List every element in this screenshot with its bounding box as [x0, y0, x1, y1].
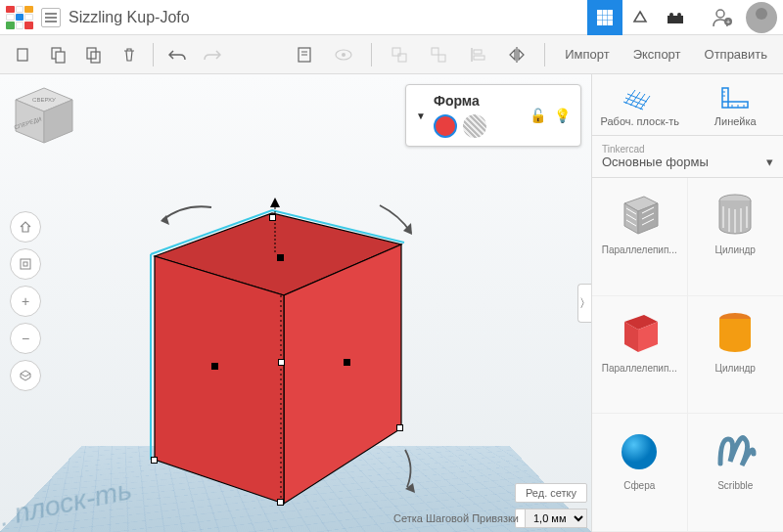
svg-rect-8: [608, 21, 613, 25]
svg-rect-0: [597, 10, 602, 15]
svg-rect-27: [432, 48, 438, 55]
svg-rect-30: [474, 50, 482, 54]
svg-rect-5: [608, 15, 613, 20]
app-header: Sizzling Kup-Jofo +: [0, 0, 783, 35]
svg-point-10: [669, 13, 673, 17]
fit-view-button[interactable]: [10, 248, 41, 280]
shape-title: Форма: [434, 93, 486, 109]
canvas-3d[interactable]: оч. плоск-ть СВЕРХУ СПЕРЕДИ + −: [0, 74, 591, 532]
view-cube[interactable]: СВЕРХУ СПЕРЕДИ: [10, 84, 78, 148]
svg-rect-17: [56, 52, 65, 63]
ruler-tool[interactable]: Линейка: [688, 74, 784, 135]
snap-label: Сетка Шаговой Привязки: [393, 512, 519, 524]
svg-rect-3: [597, 15, 602, 20]
svg-point-11: [677, 13, 681, 17]
svg-text:СВЕРХУ: СВЕРХУ: [32, 97, 56, 103]
project-title[interactable]: Sizzling Kup-Jofo: [69, 9, 190, 26]
svg-rect-28: [438, 55, 445, 62]
svg-rect-38: [21, 259, 30, 269]
edit-handle[interactable]: [211, 363, 218, 370]
solid-color-button[interactable]: [434, 114, 457, 138]
svg-rect-7: [603, 21, 608, 25]
undo-button[interactable]: [161, 39, 193, 70]
blocks-mode-button[interactable]: [622, 0, 658, 35]
svg-rect-9: [668, 16, 683, 23]
home-view-button[interactable]: [10, 211, 41, 243]
duplicate-button[interactable]: [78, 39, 110, 70]
shape-scribble[interactable]: Scribble: [688, 414, 784, 532]
svg-rect-2: [608, 10, 613, 15]
zoom-out-button[interactable]: −: [10, 323, 41, 354]
edit-handle[interactable]: [151, 457, 158, 464]
svg-point-74: [622, 434, 657, 469]
tinkercad-logo[interactable]: [6, 6, 33, 29]
svg-point-12: [716, 10, 724, 18]
projects-list-icon[interactable]: [41, 8, 61, 27]
edit-handle[interactable]: [277, 499, 284, 506]
svg-rect-1: [603, 10, 608, 15]
align-button[interactable]: [462, 39, 493, 70]
group-button[interactable]: [384, 39, 415, 70]
toolbar: Импорт Экспорт Отправить: [0, 35, 783, 74]
shape-inspector: ▼ Форма 🔓 💡: [405, 84, 581, 147]
main-area: оч. плоск-ть СВЕРХУ СПЕРЕДИ + −: [0, 74, 783, 532]
notes-toggle-button[interactable]: [289, 39, 320, 70]
shapes-sidebar: Рабоч. плоск-ть Линейка Tinkercad Основн…: [591, 74, 783, 532]
svg-rect-15: [18, 49, 27, 61]
ungroup-button[interactable]: [423, 39, 454, 70]
edit-handle[interactable]: [269, 214, 276, 221]
edit-handle[interactable]: [396, 424, 403, 431]
sidebar-tools: Рабоч. плоск-ть Линейка: [592, 74, 783, 136]
snap-grid-select[interactable]: 1,0 мм: [525, 509, 587, 528]
edit-handle[interactable]: [344, 359, 350, 366]
nav-tools: + −: [10, 211, 41, 391]
import-button[interactable]: Импорт: [557, 43, 617, 66]
header-right: +: [587, 0, 777, 35]
svg-rect-25: [392, 48, 400, 56]
hole-mode-button[interactable]: [463, 114, 486, 138]
svg-point-24: [342, 53, 345, 57]
export-button[interactable]: Экспорт: [625, 43, 689, 66]
zoom-in-button[interactable]: +: [10, 286, 41, 317]
lock-icon[interactable]: 🔓: [530, 108, 546, 123]
lightbulb-icon[interactable]: 💡: [554, 108, 571, 123]
sidebar-collapse-handle[interactable]: 〉: [577, 284, 591, 323]
svg-rect-26: [398, 54, 406, 62]
shapes-grid: Параллелепип... Цилиндр Параллелепип... …: [592, 178, 783, 532]
svg-marker-43: [155, 256, 284, 504]
ortho-toggle-button[interactable]: [10, 360, 41, 391]
edit-handle[interactable]: [277, 254, 284, 261]
paste-button[interactable]: [43, 39, 74, 70]
chevron-down-icon: ▾: [766, 155, 773, 169]
svg-text:+: +: [726, 19, 730, 25]
visibility-toggle-button[interactable]: [328, 39, 359, 70]
shape-cylinder-hole[interactable]: Цилиндр: [688, 178, 784, 296]
mirror-button[interactable]: [501, 39, 532, 70]
svg-rect-39: [23, 262, 27, 266]
redo-button[interactable]: [197, 39, 228, 70]
bricks-mode-button[interactable]: [658, 0, 693, 35]
delete-button[interactable]: [114, 39, 145, 70]
edit-handle[interactable]: [278, 359, 285, 366]
shape-category-selector[interactable]: Tinkercad Основные формы▾: [592, 136, 783, 178]
shape-sphere[interactable]: Сфера: [592, 414, 688, 532]
workplane-tool[interactable]: Рабоч. плоск-ть: [592, 74, 688, 135]
shape-cylinder-solid[interactable]: Цилиндр: [688, 296, 784, 415]
shape-box-solid[interactable]: Параллелепип...: [592, 296, 688, 415]
collapse-icon[interactable]: ▼: [416, 111, 426, 121]
selected-cube-object[interactable]: [125, 156, 429, 528]
copy-button[interactable]: [8, 39, 39, 70]
svg-rect-6: [597, 21, 602, 25]
shape-box-hole[interactable]: Параллелепип...: [592, 178, 688, 296]
send-button[interactable]: Отправить: [697, 43, 775, 66]
user-avatar[interactable]: [746, 2, 777, 33]
edit-grid-button[interactable]: Ред. сетку: [515, 483, 587, 503]
invite-user-button[interactable]: +: [705, 0, 740, 35]
svg-rect-31: [474, 56, 484, 60]
svg-rect-4: [603, 15, 608, 20]
design-mode-button[interactable]: [587, 0, 622, 35]
svg-marker-44: [270, 198, 280, 207]
